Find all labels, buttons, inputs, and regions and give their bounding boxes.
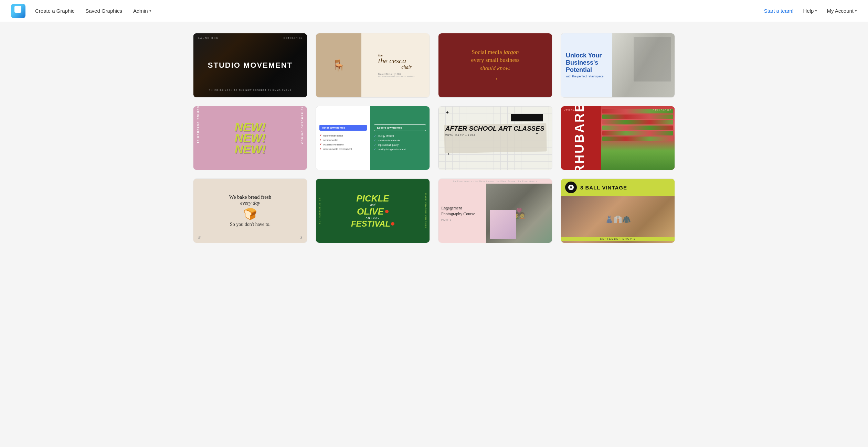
card-bread[interactable]: We bake bread fresh every day 🍞 So you d… <box>193 178 307 243</box>
card3-line2: every small business <box>471 57 520 63</box>
card-social-media[interactable]: Social media jargon every small business… <box>438 33 552 98</box>
card6-eco-btn: Ecolife townhomes <box>374 124 426 131</box>
card9-corner-right: S <box>300 235 303 239</box>
card5-left-text: COMING OCTOBER 01 <box>197 106 199 170</box>
nav-links: Create a Graphic Saved Graphics Admin ▾ <box>35 8 151 14</box>
card-cesca-chair[interactable]: 🪑 the the cesca chair Marcel Breuer | 19… <box>316 33 430 98</box>
card9-line2: every day <box>229 200 271 206</box>
navbar: Create a Graphic Saved Graphics Admin ▾ … <box>0 0 868 22</box>
help-chevron-icon: ▾ <box>815 9 817 13</box>
card8-title: RHUBARB <box>572 106 587 170</box>
card-pickle-olive[interactable]: PICKLE and OLIVE ANNUAL FESTIVAL MAKE CH… <box>316 178 430 243</box>
card-studio-movement[interactable]: LAUNCHING OCTOBER 01 STUDIO MOVEMENT AN … <box>193 33 307 98</box>
card-art-classes[interactable]: ✦ ✦ ✦ AFTER SCHOOL ART CLASSES WITH MARY… <box>438 106 552 171</box>
card8-tag2: DELICIOUS <box>653 109 672 111</box>
admin-chevron-icon: ▾ <box>149 9 151 13</box>
card5-right-text: COMING OCTOBER 01 <box>301 106 304 170</box>
card-engagement[interactable]: La Fleur Amore · La Fleur Amore · La Fle… <box>438 178 552 243</box>
account-label: My Account <box>827 8 854 14</box>
card7-title: AFTER SCHOOL ART CLASSES <box>445 125 545 132</box>
card4-headline: Unlock Your Business's Potential with th… <box>561 47 612 83</box>
card2-designer: Marcel Breuer | 1928 <box>378 73 401 75</box>
card12-title: 8 BALL VINTAGE <box>580 185 627 190</box>
card6-other-btn: other townhomes <box>319 125 367 131</box>
create-graphic-link[interactable]: Create a Graphic <box>35 8 74 14</box>
card11-title: Engagement Photography Course <box>441 205 484 217</box>
card-new-new-new[interactable]: COMING OCTOBER 01 NEW!NEW!NEW! COMING OC… <box>193 106 307 171</box>
card-unlock-business[interactable]: Unlock Your Business's Potential with th… <box>561 33 675 98</box>
card3-jargon: jargon <box>504 49 519 55</box>
card2-subtitle: chair <box>401 65 412 70</box>
cards-grid: LAUNCHING OCTOBER 01 STUDIO MOVEMENT AN … <box>193 33 675 243</box>
card-townhomes[interactable]: other townhomes ✗high energy usage ✗nonr… <box>316 106 430 171</box>
card11-header: La Fleur Amore · La Fleur Amore · La Fle… <box>438 180 552 182</box>
card10-festival: FESTIVAL <box>351 220 390 228</box>
card10-annual: ANNUAL <box>366 217 380 219</box>
card2-materials: industrial materials | modernist aesthet… <box>378 75 415 77</box>
card1-title: STUDIO MOVEMENT <box>208 61 293 69</box>
card9-corner-left: B <box>198 235 201 239</box>
card12-ball-number: 8 <box>568 185 574 190</box>
admin-link[interactable]: Admin ▾ <box>133 8 151 14</box>
help-label: Help <box>803 8 814 14</box>
card9-sub: So you don't have to. <box>229 222 271 227</box>
card10-olive: OLIVE <box>357 207 384 216</box>
account-link[interactable]: My Account ▾ <box>827 8 857 14</box>
card10-side-text: MAKE CHANGE CULTURE <box>425 193 427 228</box>
grid-container: LAUNCHING OCTOBER 01 STUDIO MOVEMENT AN … <box>0 22 868 254</box>
card12-drop: SEPTEMBER DROP 1 <box>561 237 675 241</box>
help-link[interactable]: Help ▾ <box>803 8 817 14</box>
card3-line3: should know. <box>480 65 510 72</box>
saved-graphics-link[interactable]: Saved Graphics <box>85 8 122 14</box>
card1-date: OCTOBER 01 <box>284 37 302 39</box>
card7-sub: WITH MARY + LISA <box>445 134 545 137</box>
card1-sub: AN INSIDE LOOK TO THE NEW CONCEPT BY EMM… <box>209 89 292 91</box>
card12-ball: 8 <box>565 182 577 193</box>
account-chevron-icon: ▾ <box>855 9 857 13</box>
card-rhubarb[interactable]: VERSATILE DELICIOUS RHUBARB <box>561 106 675 171</box>
logo[interactable] <box>11 4 25 18</box>
card3-line1: Social media <box>472 49 502 55</box>
card9-line1: We bake bread fresh <box>229 194 271 200</box>
card-8ball-vintage[interactable]: 8 8 BALL VINTAGE 👗👔🧥 SEPTEMBER DROP 1 <box>561 178 675 243</box>
start-team-link[interactable]: Start a team! <box>764 8 794 14</box>
card10-pickle: PICKLE <box>356 194 389 203</box>
admin-label: Admin <box>133 8 148 14</box>
card11-part: PART 2 <box>441 219 484 221</box>
card1-launching: LAUNCHING <box>198 37 219 39</box>
nav-right: Start a team! Help ▾ My Account ▾ <box>764 8 857 14</box>
card2-title: the cesca <box>378 57 406 65</box>
